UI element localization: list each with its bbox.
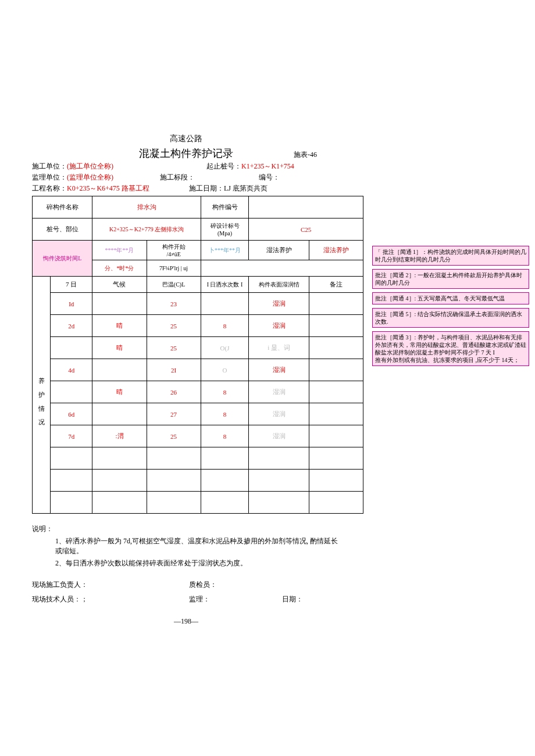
- remark-header: 备注: [309, 277, 363, 293]
- table-row: 4d2IO湿润: [33, 359, 363, 381]
- construction-date-label: 施工日期：: [189, 184, 224, 192]
- table-row: 2d晴258湿润: [33, 315, 363, 337]
- form-number: 施表-46: [294, 150, 317, 160]
- design-value: C25: [249, 218, 363, 241]
- component-code-label: 构件编号: [201, 196, 249, 218]
- page-number: —198—: [32, 617, 340, 626]
- notes-heading: 说明：: [32, 524, 340, 534]
- position-value: K2+325～K2+779 左侧排水沟: [92, 218, 201, 241]
- sig-date: 日期：: [282, 594, 303, 604]
- design-label: 碎设计标号 (Mpa): [201, 218, 249, 241]
- side-label: 养 护 情 况: [33, 277, 51, 514]
- wet-method-label: 湿法养护: [249, 241, 309, 260]
- component-name-value: 排水沟: [92, 196, 201, 218]
- table-row: 6d278湿润: [33, 403, 363, 425]
- project-name-value: K0+235～K6+475 路基工程: [67, 184, 149, 192]
- comment-item: 批注［闻通 3］: 养护时，与构件项目、水泥品种和有无排外加济有关，常用的硅酸盆…: [372, 331, 529, 366]
- page-title-1: 高速公路: [32, 134, 340, 144]
- position-label: 桩号、部位: [33, 218, 92, 241]
- sig-supervisor: 监理：: [189, 594, 282, 604]
- comment-panel: 「 批注［闻通 1］：构件浇筑的完成时间具体开始时间的几时几分到结束时间的几时几…: [372, 246, 529, 370]
- table-row: 晴25O(Ji 显、词: [33, 337, 363, 359]
- comment-item: 批注［闻通 5］: 结合实际情况确保温承土表面湿润的洒水次数.: [372, 308, 529, 328]
- cast-time-label: 恂件浇筑时间L: [33, 241, 92, 277]
- cast-time-value2: 卜***年**月: [201, 241, 249, 260]
- table-row: 7d:渭258湿润: [33, 425, 363, 447]
- table-row: [33, 447, 363, 470]
- construction-date-value: LJ 底第页共页: [224, 184, 268, 192]
- number-label: 编号：: [259, 173, 280, 181]
- comment-item: 批注［闻通 4］: 五天写最高气温、冬天写最低气温: [372, 292, 529, 304]
- note-2: 2、每日洒水养护次数以能保持碎表面经常处于湿润状态为度。: [32, 558, 340, 568]
- sig-technician: 现场技术人员：；: [32, 594, 189, 604]
- station-range-value: K1+235～K1+754: [241, 162, 294, 170]
- cast-start-label: 构件开始 /4≠üE: [147, 241, 201, 260]
- sig-qc: 质检员：: [189, 580, 305, 590]
- fen-cell: 分、*时*分: [92, 260, 147, 277]
- wet-method-value: 湿法养护: [309, 241, 363, 260]
- day-header: 7 日: [51, 277, 92, 293]
- sig-site-manager: 现场施工负责人：: [32, 580, 189, 590]
- component-name-label: 碎构件名称: [33, 196, 92, 218]
- note-1: 1、碎洒水养护一般为 7d,可根据空气湿度、温度和水泥品种及掺用的外加剂等情况,…: [32, 536, 340, 556]
- spray-header: I 日洒水次数 I: [201, 277, 249, 293]
- component-code-value: [249, 196, 363, 218]
- garbled-cell: 7F¼P'lrj | uj: [147, 260, 201, 277]
- supervision-unit-label: 监理单位：: [32, 173, 67, 181]
- comment-item: 批注［闻通 2］: 一般在混凝土构件终款后开始养护具体时间的几时几分: [372, 269, 529, 289]
- table-row: Id23湿润: [33, 293, 363, 315]
- project-name-label: 工程名称：: [32, 184, 67, 192]
- surface-header: 构件表面湿润情: [249, 277, 309, 293]
- weather-header: 气候: [92, 277, 147, 293]
- cast-time-value1: ****年**月: [92, 241, 147, 260]
- supervision-unit-value: (监理单位全称): [67, 173, 113, 181]
- table-row: 晴268湿润: [33, 381, 363, 403]
- section-label: 施工标段：: [160, 173, 195, 181]
- table-row: [33, 492, 363, 514]
- comment-item: 「 批注［闻通 1］：构件浇筑的完成时间具体开始时间的几时几分到结束时间的几时几…: [372, 246, 529, 266]
- temp-header: 巴温(C)L: [147, 277, 201, 293]
- table-row: [33, 470, 363, 492]
- page-title-2: 混凝土构件养护记录 施表-46: [32, 146, 340, 160]
- station-range-label: 起止桩号：: [206, 162, 241, 170]
- curing-record-table: 碎构件名称 排水沟 构件编号 桩号、部位 K2+325～K2+779 左侧排水沟…: [32, 196, 363, 514]
- construction-unit-label: 施工单位：: [32, 162, 67, 170]
- title-text: 混凝土构件养护记录: [139, 148, 233, 159]
- construction-unit-value: (施工单位全称): [67, 162, 113, 170]
- empty-cell: [201, 260, 363, 277]
